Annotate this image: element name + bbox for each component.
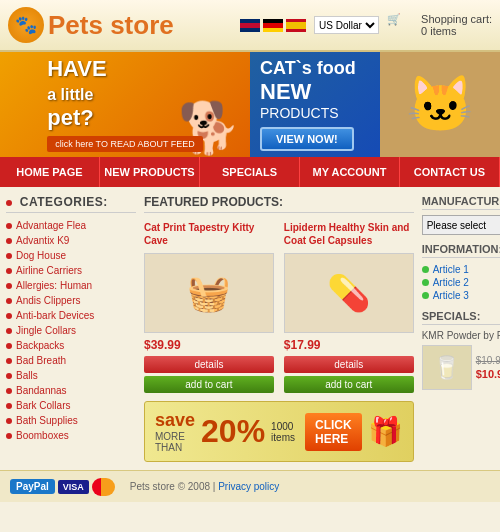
info-article-1[interactable]: Article 1 bbox=[422, 263, 500, 276]
cart-icon-img: 🛒 bbox=[387, 13, 401, 25]
cart-icon: 🛒 bbox=[387, 13, 417, 37]
specials-new-price: $10.99 bbox=[476, 368, 500, 380]
specials-image: 🥛 bbox=[422, 345, 472, 390]
information-section: INFORMATION: Article 1 Article 2 Article… bbox=[422, 243, 500, 302]
details-button-1[interactable]: details bbox=[144, 356, 274, 373]
cat-dot bbox=[6, 328, 12, 334]
footer-text: Pets store © 2008 | Privacy policy bbox=[130, 481, 280, 492]
cat-dot bbox=[6, 238, 12, 244]
cat-dot bbox=[6, 343, 12, 349]
list-item[interactable]: Anti-bark Devices bbox=[6, 308, 136, 323]
banner: HAVE a little pet? click here TO READ AB… bbox=[0, 52, 500, 157]
payment-icons: PayPal VISA bbox=[10, 478, 120, 496]
specials-product-name: KMR Powder by Pet Ag bbox=[422, 330, 500, 341]
list-item[interactable]: Bandannas bbox=[6, 383, 136, 398]
banner-read-btn[interactable]: click here TO READ ABOUT FEED bbox=[47, 136, 203, 152]
banner-products: PRODUCTS bbox=[260, 105, 356, 121]
flag-es[interactable] bbox=[286, 19, 306, 32]
banner-left-text: HAVE a little pet? click here TO READ AB… bbox=[37, 52, 213, 157]
nav-my-account[interactable]: MY ACCOUNT bbox=[300, 157, 400, 187]
list-item[interactable]: Boomboxes bbox=[6, 428, 136, 443]
list-item[interactable]: Dog House bbox=[6, 248, 136, 263]
cart-area: 🛒 Shopping cart: 0 items bbox=[387, 13, 492, 37]
info-article-2[interactable]: Article 2 bbox=[422, 276, 500, 289]
cat-dot bbox=[6, 313, 12, 319]
list-item[interactable]: Backpacks bbox=[6, 338, 136, 353]
information-title: INFORMATION: bbox=[422, 243, 500, 258]
cat-dot bbox=[6, 373, 12, 379]
nav-new-products[interactable]: NEW PRODUCTS bbox=[100, 157, 200, 187]
header: 🐾 Pets store US Dollar 🛒 Shopping cart: … bbox=[0, 0, 500, 52]
product-name-1[interactable]: Cat Print Tapestry Kitty Cave bbox=[144, 221, 274, 247]
green-dot-1 bbox=[422, 266, 429, 273]
mc-right bbox=[101, 478, 115, 496]
featured-title: FEATURED PRODUCTS: bbox=[144, 195, 414, 213]
save-banner: save MORE THAN 20% 1000 items CLICK HERE… bbox=[144, 401, 414, 462]
save-click-button[interactable]: CLICK HERE bbox=[305, 413, 362, 451]
products-row: Cat Print Tapestry Kitty Cave 🧺 $39.99 d… bbox=[144, 221, 414, 393]
nav-specials[interactable]: SPECIALS bbox=[200, 157, 300, 187]
footer: PayPal VISA Pets store © 2008 | Privacy … bbox=[0, 470, 500, 502]
save-items: 1000 items bbox=[271, 421, 295, 443]
visa-icon: VISA bbox=[58, 480, 89, 494]
manufacturers-select[interactable]: Please select bbox=[422, 215, 500, 235]
list-item[interactable]: Advantage Flea bbox=[6, 218, 136, 233]
navigation: HOME PAGE NEW PRODUCTS SPECIALS MY ACCOU… bbox=[0, 157, 500, 187]
list-item[interactable]: Bad Breath bbox=[6, 353, 136, 368]
green-dot-3 bbox=[422, 292, 429, 299]
nav-home[interactable]: HOME PAGE bbox=[0, 157, 100, 187]
banner-right: CAT`s food NEW PRODUCTS VIEW NOW! 🐱 bbox=[250, 52, 500, 157]
nav-contact-us[interactable]: CONTACT US bbox=[400, 157, 500, 187]
details-button-2[interactable]: details bbox=[284, 356, 414, 373]
manufacturers-title: MANUFACTURERS: bbox=[422, 195, 500, 210]
add-to-cart-button-1[interactable]: add to cart bbox=[144, 376, 274, 393]
paypal-icon: PayPal bbox=[10, 479, 55, 494]
product-name-2[interactable]: Lipiderm Healthy Skin and Coat Gel Capsu… bbox=[284, 221, 414, 247]
specials-old-price: $10.99 bbox=[476, 355, 500, 366]
center-content: FEATURED PRODUCTS: Cat Print Tapestry Ki… bbox=[136, 195, 422, 462]
list-item[interactable]: Andis Clippers bbox=[6, 293, 136, 308]
currency-select[interactable]: US Dollar bbox=[314, 16, 379, 34]
banner-cats-food: CAT`s food bbox=[260, 58, 356, 79]
logo-paw-icon: 🐾 bbox=[8, 7, 44, 43]
flag-de[interactable] bbox=[263, 19, 283, 32]
list-item[interactable]: Advantix K9 bbox=[6, 233, 136, 248]
cat-dot bbox=[6, 358, 12, 364]
cat-dot bbox=[6, 298, 12, 304]
header-right: US Dollar 🛒 Shopping cart: 0 items bbox=[240, 13, 492, 37]
left-sidebar: CATEGORIES: Advantage Flea Advantix K9 D… bbox=[6, 195, 136, 462]
list-item[interactable]: Bark Collars bbox=[6, 398, 136, 413]
info-article-3[interactable]: Article 3 bbox=[422, 289, 500, 302]
flags bbox=[240, 19, 306, 32]
logo-pets: Pets bbox=[48, 10, 103, 40]
cat-dot bbox=[6, 253, 12, 259]
list-item[interactable]: Airline Carriers bbox=[6, 263, 136, 278]
product-image-1: 🧺 bbox=[144, 253, 274, 333]
view-now-button[interactable]: VIEW NOW! bbox=[260, 127, 354, 151]
cat-dot bbox=[6, 223, 12, 229]
list-item[interactable]: Balls bbox=[6, 368, 136, 383]
cart-label: Shopping cart: 0 items bbox=[421, 13, 492, 37]
banner-new: NEW bbox=[260, 79, 356, 105]
banner-right-text: CAT`s food NEW PRODUCTS VIEW NOW! bbox=[250, 52, 366, 157]
list-item[interactable]: Allergies: Human bbox=[6, 278, 136, 293]
manufacturers-section: MANUFACTURERS: Please select bbox=[422, 195, 500, 235]
product-price-1: $39.99 bbox=[144, 338, 274, 352]
save-label: save bbox=[155, 410, 195, 431]
add-to-cart-button-2[interactable]: add to cart bbox=[284, 376, 414, 393]
product-card-1: Cat Print Tapestry Kitty Cave 🧺 $39.99 d… bbox=[144, 221, 274, 393]
privacy-policy-link[interactable]: Privacy policy bbox=[218, 481, 279, 492]
green-dot-2 bbox=[422, 279, 429, 286]
cat-dot bbox=[6, 388, 12, 394]
specials-product: 🥛 $10.99 $10.99 bbox=[422, 345, 500, 390]
gift-icon: 🎁 bbox=[368, 415, 403, 448]
product-price-2: $17.99 bbox=[284, 338, 414, 352]
categories-list: Advantage Flea Advantix K9 Dog House Air… bbox=[6, 218, 136, 443]
specials-title: SPECIALS: bbox=[422, 310, 500, 325]
list-item[interactable]: Jingle Collars bbox=[6, 323, 136, 338]
flag-uk[interactable] bbox=[240, 19, 260, 32]
cat-dot bbox=[6, 403, 12, 409]
save-percent: 20% bbox=[201, 413, 265, 450]
list-item[interactable]: Bath Supplies bbox=[6, 413, 136, 428]
title-decoration bbox=[6, 200, 12, 206]
